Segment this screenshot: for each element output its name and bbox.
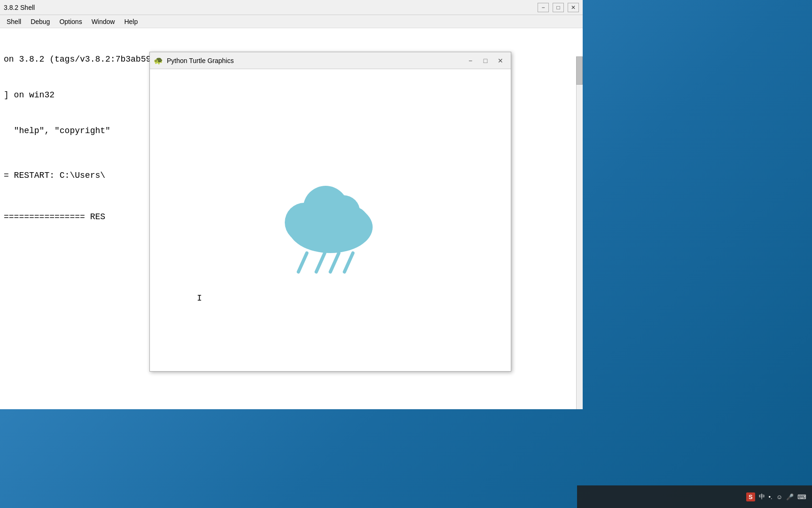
turtle-title-text: Python Turtle Graphics (167, 57, 234, 64)
shell-scrollbar-thumb[interactable] (576, 56, 583, 85)
turtle-window-icon: 🐢 (154, 56, 163, 65)
taskbar-keyboard[interactable]: ⌨ (797, 493, 806, 500)
turtle-minimize-button[interactable]: − (464, 55, 477, 66)
svg-line-5 (298, 253, 307, 272)
turtle-graphics-window: 🐢 Python Turtle Graphics − □ ✕ (149, 52, 511, 372)
weather-drawing (150, 69, 511, 371)
menu-shell[interactable]: Shell (2, 17, 26, 26)
taskbar-lang[interactable]: 中 (759, 492, 765, 501)
turtle-title-bar: 🐢 Python Turtle Graphics − □ ✕ (150, 52, 511, 69)
idle-menu-bar: Shell Debug Options Window Help (0, 15, 583, 28)
shell-scrollbar[interactable] (576, 56, 583, 409)
idle-title-bar: 3.8.2 Shell − □ ✕ (0, 0, 583, 15)
turtle-title-left: 🐢 Python Turtle Graphics (154, 56, 234, 65)
sobao-icon[interactable]: S (746, 492, 755, 501)
idle-title-controls: − □ ✕ (538, 3, 579, 12)
menu-window[interactable]: Window (87, 17, 120, 26)
idle-maximize-button[interactable]: □ (553, 3, 564, 12)
svg-line-6 (316, 253, 325, 272)
turtle-window-controls: − □ ✕ (464, 55, 507, 66)
taskbar: S 中 •. ☺ 🎤 ⌨ (577, 485, 812, 508)
idle-close-button[interactable]: ✕ (568, 3, 579, 12)
idle-minimize-button[interactable]: − (538, 3, 549, 12)
taskbar-mic[interactable]: 🎤 (786, 493, 794, 500)
rain-lines (298, 253, 353, 272)
cloud-rain-svg (265, 154, 396, 286)
canvas-cursor: I (197, 294, 202, 303)
svg-line-7 (330, 253, 339, 272)
turtle-maximize-button[interactable]: □ (479, 55, 492, 66)
menu-debug[interactable]: Debug (26, 17, 55, 26)
cloud-shape (285, 186, 373, 253)
menu-options[interactable]: Options (55, 17, 86, 26)
turtle-canvas[interactable]: I (150, 69, 511, 371)
svg-point-4 (327, 195, 360, 228)
turtle-close-button[interactable]: ✕ (494, 55, 507, 66)
taskbar-sobao: S (746, 492, 755, 501)
taskbar-emoji[interactable]: ☺ (776, 493, 782, 500)
taskbar-dot[interactable]: •. (769, 493, 773, 500)
menu-help[interactable]: Help (119, 17, 142, 26)
svg-line-8 (344, 253, 353, 272)
idle-title-text: 3.8.2 Shell (4, 4, 35, 11)
